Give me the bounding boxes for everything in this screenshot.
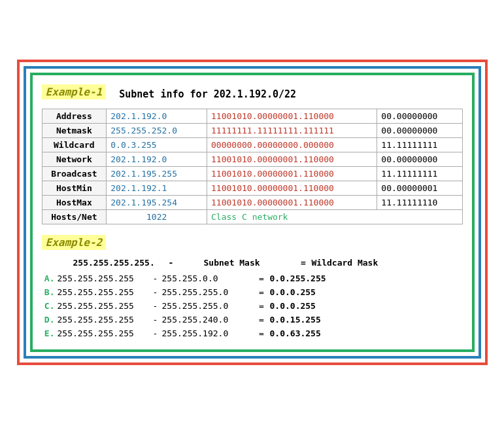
row-ip: 0.0.3.255 <box>107 137 207 152</box>
row-label: Wildcard <box>42 137 107 152</box>
table-row: Address202.1.192.011001010.00000001.1100… <box>42 109 462 123</box>
example2-section: Example-2 255.255.255.255. - Subnet Mask… <box>42 235 463 340</box>
row-ip: 255.255.255.255 <box>58 274 149 283</box>
example1-header: Example-1 Subnet info for 202.1.192.0/22 <box>42 84 463 105</box>
row-subnet: 255.255.255.0 <box>162 301 254 311</box>
row-label: HostMin <box>42 181 107 195</box>
example2-title: Example-2 <box>42 235 107 250</box>
table-row: Netmask255.255.252.011111111.11111111.11… <box>42 123 462 137</box>
middle-border: Example-1 Subnet info for 202.1.192.0/22… <box>24 66 481 359</box>
row-eq: = <box>254 328 270 338</box>
row-letter: E. <box>42 328 55 338</box>
row-subnet: 255.255.0.0 <box>162 274 254 283</box>
col-header-subnet: Subnet Mask <box>204 258 295 268</box>
row-letter: C. <box>42 301 55 311</box>
row-binary2: 00.00000000 <box>377 152 462 166</box>
row-ip: 202.1.192.1 <box>107 181 207 195</box>
row-wildcard: 0.0.63.255 <box>270 328 348 338</box>
row-minus: - <box>149 315 162 325</box>
row-binary2: 11.11111111 <box>377 166 462 181</box>
list-item: A. 255.255.255.255 - 255.255.0.0 = 0.0.2… <box>42 272 463 285</box>
row-label: HostMax <box>42 195 107 209</box>
row-subnet: 255.255.192.0 <box>162 328 254 338</box>
row-eq: = <box>254 315 270 325</box>
col-header-eq: = <box>295 258 312 268</box>
row-binary2: 11.11111110 <box>377 195 462 209</box>
row-binary1: 11001010.00000001.110000 <box>207 109 377 123</box>
example2-rows: A. 255.255.255.255 - 255.255.0.0 = 0.0.2… <box>42 272 463 340</box>
hosts-label: Hosts/Net <box>42 209 107 224</box>
table-row: Wildcard0.0.3.25500000000.00000000.00000… <box>42 137 462 152</box>
list-item: E. 255.255.255.255 - 255.255.192.0 = 0.0… <box>42 327 463 340</box>
example2-col-headers: 255.255.255.255. - Subnet Mask = Wildcar… <box>42 255 463 270</box>
example1-subtitle: Subnet info for 202.1.192.0/22 <box>119 88 296 100</box>
list-item: C. 255.255.255.255 - 255.255.255.0 = 0.0… <box>42 299 463 313</box>
row-eq: = <box>254 287 270 297</box>
row-wildcard: 0.0.0.255 <box>270 301 348 311</box>
row-minus: - <box>149 287 162 297</box>
row-subnet: 255.255.255.0 <box>162 287 254 297</box>
row-binary1: 11001010.00000001.110000 <box>207 166 377 181</box>
row-binary1: 00000000.00000000.000000 <box>207 137 377 152</box>
subnet-table: Address202.1.192.011001010.00000001.1100… <box>42 109 463 224</box>
row-binary2: 00.00000001 <box>377 181 462 195</box>
row-binary1: 11001010.00000001.110000 <box>207 181 377 195</box>
table-row: Network202.1.192.011001010.00000001.1100… <box>42 152 462 166</box>
row-eq: = <box>254 301 270 311</box>
row-ip: 255.255.255.255 <box>58 328 149 338</box>
row-ip: 202.1.195.254 <box>107 195 207 209</box>
row-ip: 255.255.255.255 <box>58 301 149 311</box>
row-binary1: 11001010.00000001.110000 <box>207 195 377 209</box>
row-minus: - <box>149 274 162 283</box>
row-ip: 255.255.255.255 <box>58 315 149 325</box>
row-letter: D. <box>42 315 55 325</box>
row-label: Netmask <box>42 123 107 137</box>
row-label: Address <box>42 109 107 123</box>
row-minus: - <box>149 328 162 338</box>
hosts-count: 1022 <box>107 209 207 224</box>
row-letter: A. <box>42 274 55 283</box>
row-subnet: 255.255.240.0 <box>162 315 254 325</box>
col-header-wildcard: Wildcard Mask <box>312 258 390 268</box>
row-letter: B. <box>42 287 55 297</box>
list-item: B. 255.255.255.255 - 255.255.255.0 = 0.0… <box>42 285 463 299</box>
row-wildcard: 0.0.255.255 <box>270 274 348 283</box>
row-wildcard: 0.0.15.255 <box>270 315 348 325</box>
row-binary1: 11111111.11111111.111111 <box>207 123 377 137</box>
row-binary2: 00.00000000 <box>377 109 462 123</box>
row-binary1: 11001010.00000001.110000 <box>207 152 377 166</box>
hosts-row: Hosts/Net1022Class C network <box>42 209 462 224</box>
row-ip: 255.255.255.255 <box>58 287 149 297</box>
row-label: Network <box>42 152 107 166</box>
row-ip: 202.1.192.0 <box>107 152 207 166</box>
row-label: Broadcast <box>42 166 107 181</box>
table-row: Broadcast202.1.195.25511001010.00000001.… <box>42 166 462 181</box>
list-item: D. 255.255.255.255 - 255.255.240.0 = 0.0… <box>42 313 463 327</box>
row-eq: = <box>254 274 270 283</box>
table-row: HostMin202.1.192.111001010.00000001.1100… <box>42 181 462 195</box>
outer-border: Example-1 Subnet info for 202.1.192.0/22… <box>17 60 488 365</box>
row-binary2: 00.00000000 <box>377 123 462 137</box>
row-wildcard: 0.0.0.255 <box>270 287 348 297</box>
col-header-minus: - <box>165 258 178 268</box>
row-minus: - <box>149 301 162 311</box>
row-ip: 255.255.252.0 <box>107 123 207 137</box>
table-row: HostMax202.1.195.25411001010.00000001.11… <box>42 195 462 209</box>
example1-title: Example-1 <box>42 84 107 99</box>
row-ip: 202.1.195.255 <box>107 166 207 181</box>
col-header-ip: 255.255.255.255. <box>73 258 165 268</box>
row-ip: 202.1.192.0 <box>107 109 207 123</box>
hosts-note: Class C network <box>207 209 462 224</box>
row-binary2: 11.11111111 <box>377 137 462 152</box>
inner-border: Example-1 Subnet info for 202.1.192.0/22… <box>30 73 475 352</box>
